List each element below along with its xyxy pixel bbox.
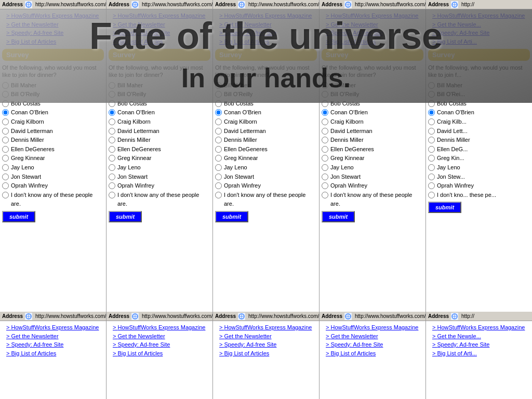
nav-link-1[interactable]: Get the Newsletter xyxy=(109,332,210,341)
survey-radio[interactable] xyxy=(2,155,9,162)
survey-radio[interactable] xyxy=(322,192,328,198)
survey-radio[interactable] xyxy=(109,146,115,153)
submit-button[interactable]: submit xyxy=(322,211,355,222)
nav-link-0[interactable]: HowStuffWorks Express Magazine xyxy=(215,11,317,20)
survey-radio[interactable] xyxy=(215,100,222,107)
nav-link-2[interactable]: Speedy: Ad-free Site xyxy=(215,340,317,349)
address-bar[interactable]: Address http:// xyxy=(426,0,532,9)
survey-radio[interactable] xyxy=(109,174,115,180)
address-bar[interactable]: Address http://www.howstuffworks.com/ xyxy=(213,0,319,9)
survey-radio[interactable] xyxy=(215,118,222,125)
address-bar[interactable]: Address http:// xyxy=(426,312,532,321)
survey-radio[interactable] xyxy=(322,91,328,98)
submit-button[interactable]: submit xyxy=(215,211,248,222)
survey-radio[interactable] xyxy=(2,118,9,125)
submit-button[interactable]: submit xyxy=(2,211,35,222)
survey-radio[interactable] xyxy=(109,192,115,198)
survey-radio[interactable] xyxy=(2,182,9,189)
address-bar[interactable]: Address http://www.howstuffworks.com/ xyxy=(0,312,106,321)
survey-radio[interactable] xyxy=(2,137,9,143)
survey-radio[interactable] xyxy=(2,146,9,153)
survey-radio[interactable] xyxy=(215,192,222,198)
nav-link-0[interactable]: HowStuffWorks Express Magazine xyxy=(322,323,423,332)
nav-link-2[interactable]: Speedy: Ad-free Site xyxy=(109,340,210,349)
survey-radio[interactable] xyxy=(109,155,115,162)
survey-radio[interactable] xyxy=(215,137,222,143)
survey-radio[interactable] xyxy=(2,91,9,98)
survey-radio[interactable] xyxy=(322,118,328,125)
survey-radio[interactable] xyxy=(428,82,435,89)
survey-radio[interactable] xyxy=(322,182,328,189)
survey-radio[interactable] xyxy=(215,82,222,89)
survey-radio[interactable] xyxy=(322,137,328,143)
submit-button[interactable]: submit xyxy=(428,202,461,213)
nav-link-1[interactable]: Get the Newsletter xyxy=(2,332,104,341)
nav-link-2[interactable]: Speedy: Ad-free Site xyxy=(322,340,423,349)
nav-link-3[interactable]: Big List of Articles xyxy=(215,349,317,358)
survey-radio[interactable] xyxy=(109,100,115,107)
nav-link-2[interactable]: Speedy: Ad-free Site xyxy=(109,29,210,37)
address-bar[interactable]: Address http://www.howstuffworks.com/ xyxy=(213,312,319,321)
nav-link-1[interactable]: Get the Newsletter xyxy=(215,20,317,29)
survey-radio[interactable] xyxy=(215,164,222,171)
nav-link-3[interactable]: Big List of Articles xyxy=(322,349,423,358)
survey-radio[interactable] xyxy=(428,174,435,180)
survey-radio[interactable] xyxy=(109,118,115,125)
nav-link-2[interactable]: Speedy: Ad-free Site xyxy=(428,340,530,349)
nav-link-3[interactable]: Big List of Articles xyxy=(109,37,210,46)
survey-radio[interactable] xyxy=(322,164,328,171)
survey-radio[interactable] xyxy=(109,164,115,171)
submit-button[interactable]: submit xyxy=(109,211,142,222)
nav-link-0[interactable]: HowStuffWorks Express Magazine xyxy=(109,11,210,20)
survey-radio[interactable] xyxy=(428,100,435,107)
nav-link-3[interactable]: Big List of Articles xyxy=(215,37,317,46)
nav-link-1[interactable]: Get the Newsletter xyxy=(2,20,104,29)
address-bar[interactable]: Address http://www.howstuffworks.com/ xyxy=(107,0,212,9)
nav-link-1[interactable]: Get the Newsletter xyxy=(215,332,317,341)
survey-radio[interactable] xyxy=(2,164,9,171)
nav-link-1[interactable]: Get the Newsletter xyxy=(322,332,423,341)
survey-radio[interactable] xyxy=(2,192,9,198)
survey-radio[interactable] xyxy=(428,164,435,171)
address-bar[interactable]: Address http://www.howstuffworks.com/ xyxy=(107,312,212,321)
survey-radio[interactable] xyxy=(322,128,328,135)
survey-radio[interactable] xyxy=(428,128,435,135)
nav-link-1[interactable]: Get the Newsletter xyxy=(109,20,210,29)
survey-radio[interactable] xyxy=(322,155,328,162)
nav-link-2[interactable]: Speedy: Ad-free Site xyxy=(2,29,104,37)
address-bar[interactable]: Address http://www.howstuffworks.com/ xyxy=(320,0,425,9)
nav-link-0[interactable]: HowStuffWorks Express Magazine xyxy=(109,323,210,332)
survey-radio[interactable] xyxy=(215,155,222,162)
nav-link-2[interactable]: Speedy: Ad-free Site xyxy=(322,29,423,37)
survey-radio[interactable] xyxy=(428,118,435,125)
survey-radio[interactable] xyxy=(215,109,222,116)
survey-radio[interactable] xyxy=(109,82,115,89)
survey-radio[interactable] xyxy=(428,182,435,189)
survey-radio[interactable] xyxy=(2,128,9,135)
nav-link-0[interactable]: HowStuffWorks Express Magazine xyxy=(322,11,423,20)
survey-radio[interactable] xyxy=(322,174,328,180)
survey-radio[interactable] xyxy=(2,174,9,180)
nav-link-2[interactable]: Speedy: Ad-free Site xyxy=(428,29,530,37)
survey-radio[interactable] xyxy=(428,91,435,98)
survey-radio[interactable] xyxy=(2,109,9,116)
nav-link-3[interactable]: Big List of Articles xyxy=(2,37,104,46)
address-bar[interactable]: Address http://www.howstuffworks.com/ xyxy=(0,0,106,9)
nav-link-0[interactable]: HowStuffWorks Express Magazine xyxy=(215,323,317,332)
survey-radio[interactable] xyxy=(428,155,435,162)
nav-link-3[interactable]: Big List of Arti... xyxy=(428,37,530,46)
survey-radio[interactable] xyxy=(2,100,9,107)
nav-link-0[interactable]: HowStuffWorks Express Magazine xyxy=(2,323,104,332)
nav-link-0[interactable]: HowStuffWorks Express Magazine xyxy=(2,11,104,20)
survey-radio[interactable] xyxy=(2,82,9,89)
survey-radio[interactable] xyxy=(109,91,115,98)
address-bar[interactable]: Address http://www.howstuffworks.com/ xyxy=(320,312,425,321)
survey-radio[interactable] xyxy=(428,137,435,143)
survey-radio[interactable] xyxy=(322,109,328,116)
nav-link-2[interactable]: Speedy: Ad-free Site xyxy=(215,29,317,37)
nav-link-0[interactable]: HowStuffWorks Express Magazine xyxy=(428,11,530,20)
survey-radio[interactable] xyxy=(215,91,222,98)
nav-link-1[interactable]: Get the Newsle... xyxy=(428,20,530,29)
nav-link-0[interactable]: HowStuffWorks Express Magazine xyxy=(428,323,530,332)
nav-link-1[interactable]: Get the Newsle... xyxy=(428,332,530,341)
